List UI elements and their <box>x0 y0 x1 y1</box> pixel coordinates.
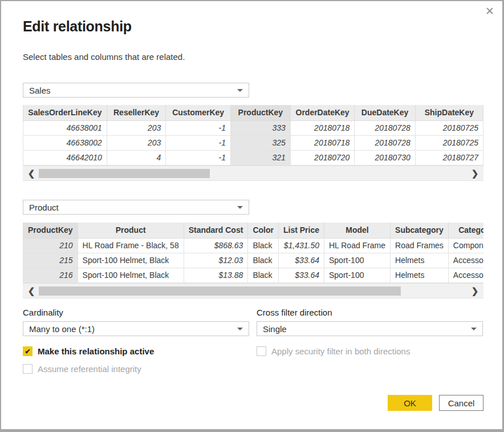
sales-horizontal-scrollbar[interactable]: ❮ ❯ <box>23 165 483 180</box>
column-header-selected[interactable]: ProductKey <box>23 223 78 238</box>
make-active-label: Make this relationship active <box>38 346 154 356</box>
table-cell[interactable]: 20180718 <box>290 120 355 135</box>
checkbox-unchecked-icon <box>23 364 32 374</box>
product-table-select[interactable]: Product <box>23 200 249 215</box>
close-icon[interactable]: ✕ <box>485 6 494 17</box>
cardinality-label: Cardinality <box>23 308 63 317</box>
table-cell[interactable]: $12.03 <box>184 253 248 268</box>
dialog-subtitle: Select tables and columns that are relat… <box>23 52 185 62</box>
table-cell[interactable]: Black <box>248 268 279 282</box>
table-cell-selected[interactable]: 333 <box>230 120 290 135</box>
cardinality-select[interactable]: Many to one (*:1) <box>23 321 249 336</box>
edit-relationship-dialog: ✕ Edit relationship Select tables and co… <box>0 0 504 432</box>
table-row: 210 HL Road Frame - Black, 58 $868.63 Bl… <box>23 238 484 253</box>
column-header[interactable]: Category <box>448 223 483 238</box>
column-header[interactable]: Color <box>248 223 279 238</box>
table-cell[interactable]: Helmets <box>391 268 449 282</box>
table-cell[interactable]: 20180728 <box>355 120 415 135</box>
table-row: 215 Sport-100 Helmet, Black $12.03 Black… <box>23 253 484 268</box>
table-cell[interactable]: 46642010 <box>23 150 107 165</box>
table-cell[interactable]: 4 <box>107 150 165 165</box>
table-cell[interactable]: $13.88 <box>184 268 248 282</box>
assume-integrity-label: Assume referential integrity <box>38 364 141 374</box>
table-cell[interactable]: 20180730 <box>355 150 415 165</box>
scroll-left-icon[interactable]: ❮ <box>24 284 39 298</box>
sales-table-select[interactable]: Sales <box>23 83 249 98</box>
table-cell[interactable]: Components <box>448 238 483 253</box>
sales-table: SalesOrderLineKey ResellerKey CustomerKe… <box>23 105 483 181</box>
table-cell-selected[interactable]: 325 <box>230 135 290 150</box>
table-cell[interactable]: $1,431.50 <box>278 238 324 253</box>
cross-filter-select[interactable]: Single <box>257 321 483 336</box>
table-cell[interactable]: -1 <box>166 150 231 165</box>
table-cell[interactable]: 20180727 <box>415 150 483 165</box>
table-cell[interactable]: 20180720 <box>290 150 355 165</box>
table-cell[interactable]: Black <box>248 253 279 268</box>
table-cell[interactable]: -1 <box>166 135 231 150</box>
column-header[interactable]: CustomerKey <box>166 105 231 120</box>
scrollbar-thumb[interactable] <box>39 286 401 296</box>
sales-table-select-value: Sales <box>29 86 51 95</box>
table-cell[interactable]: $33.64 <box>278 268 324 282</box>
table-cell[interactable]: $33.64 <box>278 253 324 268</box>
table-cell[interactable]: Sport-100 <box>324 253 390 268</box>
assume-integrity-checkbox-row: Assume referential integrity <box>23 364 141 374</box>
table-cell[interactable]: 46638002 <box>23 135 107 150</box>
column-header[interactable]: DueDateKey <box>355 105 415 120</box>
table-cell[interactable]: Road Frames <box>391 238 449 253</box>
column-header[interactable]: Model <box>324 223 390 238</box>
table-cell-selected[interactable]: 321 <box>230 150 290 165</box>
column-header[interactable]: ShipDateKey <box>415 105 483 120</box>
table-row: 46638001 203 -1 333 20180718 20180728 20… <box>23 120 483 135</box>
table-cell[interactable]: Accessories <box>448 253 483 268</box>
table-cell[interactable]: 20180725 <box>415 120 483 135</box>
table-cell[interactable]: 20180728 <box>355 135 415 150</box>
scroll-right-icon[interactable]: ❯ <box>468 166 482 181</box>
scrollbar-thumb[interactable] <box>39 169 210 178</box>
table-cell-selected[interactable]: 216 <box>23 268 78 282</box>
table-cell[interactable]: Helmets <box>391 253 449 268</box>
security-filter-checkbox-row: Apply security filter in both directions <box>257 346 410 356</box>
cross-filter-select-value: Single <box>263 324 287 334</box>
table-cell[interactable]: HL Road Frame <box>324 238 390 253</box>
checkbox-checked-icon[interactable]: ✔ <box>23 346 32 356</box>
table-cell-selected[interactable]: 210 <box>23 238 78 253</box>
table-cell[interactable]: 203 <box>107 135 165 150</box>
cancel-button[interactable]: Cancel <box>439 395 483 411</box>
table-cell[interactable]: 20180718 <box>290 135 355 150</box>
column-header[interactable]: OrderDateKey <box>290 105 355 120</box>
table-cell[interactable]: 46638001 <box>23 120 107 135</box>
table-cell[interactable]: 20180725 <box>415 135 483 150</box>
security-filter-label: Apply security filter in both directions <box>271 346 410 356</box>
chevron-down-icon <box>471 328 477 330</box>
cross-filter-label: Cross filter direction <box>257 308 332 317</box>
table-cell[interactable]: 203 <box>107 120 165 135</box>
column-header[interactable]: Standard Cost <box>184 223 248 238</box>
column-header-selected[interactable]: ProductKey <box>230 105 290 120</box>
column-header[interactable]: ResellerKey <box>107 105 165 120</box>
make-active-checkbox-row[interactable]: ✔ Make this relationship active <box>23 346 154 356</box>
column-header[interactable]: Subcategory <box>391 223 449 238</box>
table-cell[interactable]: -1 <box>166 120 231 135</box>
table-cell[interactable]: Sport-100 Helmet, Black <box>78 268 184 282</box>
table-row: 46638002 203 -1 325 20180718 20180728 20… <box>23 135 483 150</box>
product-table-select-value: Product <box>29 203 59 212</box>
column-header[interactable]: List Price <box>278 223 324 238</box>
table-cell[interactable]: Accessories <box>448 268 483 282</box>
table-cell[interactable]: Black <box>248 238 279 253</box>
checkbox-unchecked-icon <box>257 346 266 356</box>
scroll-right-icon[interactable]: ❯ <box>468 284 482 298</box>
cardinality-select-value: Many to one (*:1) <box>29 324 95 334</box>
table-cell[interactable]: HL Road Frame - Black, 58 <box>78 238 184 253</box>
ok-button[interactable]: OK <box>388 395 432 411</box>
column-header[interactable]: SalesOrderLineKey <box>23 105 107 120</box>
scroll-left-icon[interactable]: ❮ <box>24 166 39 181</box>
dialog-title: Edit relationship <box>23 18 132 35</box>
table-cell[interactable]: Sport-100 Helmet, Black <box>78 253 184 268</box>
column-header[interactable]: Product <box>78 223 184 238</box>
product-table: ProductKey Product Standard Cost Color L… <box>23 223 483 298</box>
table-cell[interactable]: $868.63 <box>184 238 248 253</box>
table-cell-selected[interactable]: 215 <box>23 253 78 268</box>
table-cell[interactable]: Sport-100 <box>324 268 390 282</box>
product-horizontal-scrollbar[interactable]: ❮ ❯ <box>23 283 483 298</box>
